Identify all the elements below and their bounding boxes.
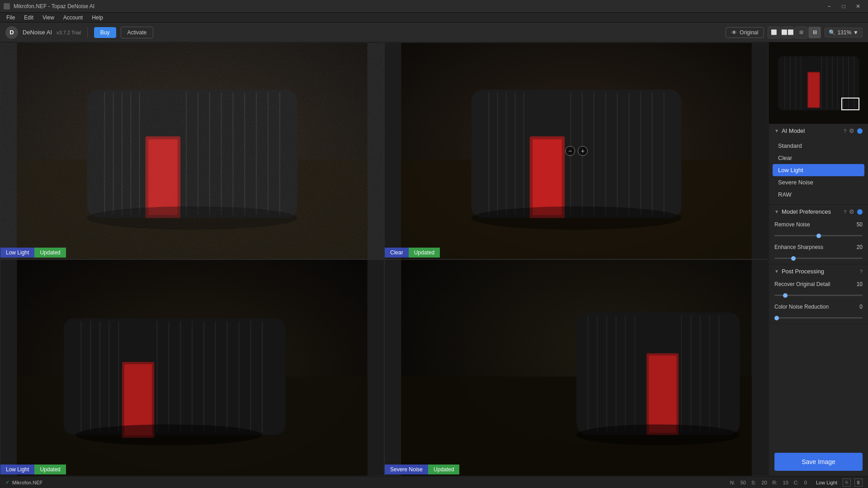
ai-model-help[interactable]: ? [844,128,846,134]
updated-label-bottom-left: Updated [34,465,66,474]
enhance-sharpness-value: 20 [852,244,863,250]
save-image-button[interactable]: Save Image [774,453,863,471]
updated-label-top-left: Updated [34,248,66,258]
ai-model-collapse: ▼ [774,128,779,133]
ai-model-section: ▼ AI Model ? ⚙ Standard Clear Low Light … [769,124,868,205]
menu-file[interactable]: File [2,14,19,22]
model-prefs-toggle-dot[interactable] [857,209,863,215]
updated-label-bottom-right: Updated [428,465,459,474]
panel-label-bottom-left: Low Light Updated [0,463,66,476]
svg-point-78 [576,424,740,446]
remove-noise-label: Remove Noise [774,221,848,228]
status-color-value: 0 [804,480,807,485]
color-noise-row: Color Noise Reduction 0 [769,301,868,313]
model-prefs-header[interactable]: ▼ Model Preferences ? ⚙ [769,205,868,219]
original-toggle[interactable]: 👁 Original [726,27,764,38]
post-proc-header[interactable]: ▼ Post Processing ? [769,264,868,278]
image-top-left [0,43,384,259]
right-panel: ▼ AI Model ? ⚙ Standard Clear Low Light … [769,42,868,476]
menu-help[interactable]: Help [87,14,108,22]
window-title: Mikrofon.NEF - Topaz DeNoise AI [14,3,819,9]
remove-noise-slider-container [769,230,868,241]
post-proc-collapse: ▼ [774,269,779,274]
recover-detail-slider[interactable] [774,295,863,296]
status-sharpness-value: 20 [761,480,767,485]
app-logo: D [5,26,18,39]
model-standard[interactable]: Standard [773,140,864,152]
original-label: Original [740,29,758,36]
svg-point-40 [471,206,681,230]
model-list: Standard Clear Low Light Severe Noise RA… [769,138,868,204]
model-low-light[interactable]: Low Light [773,164,864,176]
view-mode-buttons: ⬜ ⬜⬜ ⊞ ⊟ [768,27,821,38]
app-icon [4,3,10,9]
remove-noise-row: Remove Noise 50 [769,219,868,230]
model-label-bottom-right: Severe Noise [385,465,428,474]
status-delete-icon[interactable]: 🗑 [854,479,863,487]
status-recover-value: 10 [783,480,788,485]
panel-top-right: − + Clear Updated [384,42,769,259]
status-filename: Mikrofon.NEF [12,480,42,485]
model-prefs-title: Model Preferences [782,208,841,215]
ai-model-toggle-dot[interactable] [857,128,863,134]
ai-model-settings[interactable]: ⚙ [849,127,854,134]
post-proc-help[interactable]: ? [860,269,863,274]
status-copy-icon[interactable]: ⎘ [843,479,851,487]
titlebar: Mikrofon.NEF - Topaz DeNoise AI − □ ✕ [0,0,868,13]
status-model: Low Light [816,480,837,485]
model-severe-noise[interactable]: Severe Noise [773,176,864,188]
post-processing-section: ▼ Post Processing ? Recover Original Det… [769,264,868,324]
status-sharpness-label: S: [751,480,756,485]
thumbnail-viewport[interactable] [841,98,859,110]
status-color-label: C: [794,480,799,485]
status-right: N: 50 S: 20 R: 10 C: 0 Low Light ⎘ 🗑 [730,479,863,487]
model-prefs-help[interactable]: ? [844,209,846,215]
recover-detail-row: Recover Original Detail 10 [769,278,868,290]
buy-button[interactable]: Buy [94,27,116,38]
svg-rect-43 [64,318,286,435]
minimize-button[interactable]: − [823,0,835,13]
ai-model-title: AI Model [782,127,841,134]
model-label-top-right: Clear [385,248,409,258]
recover-detail-value: 10 [852,281,863,287]
remove-noise-slider[interactable] [774,235,863,236]
toolbar-separator [87,28,88,38]
recover-detail-slider-container [769,290,868,301]
color-noise-slider-container [769,313,868,324]
view-split-v[interactable]: ⊞ [795,27,807,38]
enhance-sharpness-slider[interactable] [774,258,863,259]
post-proc-title: Post Processing [782,268,857,275]
status-checkmark: ✓ [5,479,9,485]
recover-detail-label: Recover Original Detail [774,281,848,287]
model-label-bottom-left: Low Light [0,465,34,474]
model-prefs-collapse: ▼ [774,209,779,214]
menu-account[interactable]: Account [59,14,87,22]
menu-view[interactable]: View [38,14,59,22]
model-label-top-left: Low Light [0,248,34,258]
app-version: v3.7.2 Trial [57,30,81,35]
status-recover-label: R: [773,480,778,485]
image-area: Low Light Updated [0,42,769,476]
color-noise-slider[interactable] [774,317,863,319]
activate-button[interactable]: Activate [121,27,154,38]
menu-edit[interactable]: Edit [19,14,38,22]
zoom-out-btn[interactable]: − [565,146,575,156]
crosshair-controls: − + [565,146,588,156]
zoom-in-btn[interactable]: + [578,146,588,156]
ai-model-header[interactable]: ▼ AI Model ? ⚙ [769,124,868,138]
view-quad[interactable]: ⊟ [808,27,821,38]
svg-rect-82 [808,73,819,107]
maximize-button[interactable]: □ [837,0,850,13]
enhance-sharpness-label: Enhance Sharpness [774,244,848,250]
model-prefs-settings[interactable]: ⚙ [849,208,854,215]
view-single[interactable]: ⬜ [768,27,780,38]
app-name: DeNoise AI [23,29,52,36]
model-raw[interactable]: RAW [773,188,864,201]
svg-point-61 [75,424,262,446]
close-button[interactable]: ✕ [852,0,864,13]
status-action-icons: ⎘ 🗑 [843,479,863,487]
color-noise-value: 0 [852,304,863,310]
model-clear[interactable]: Clear [773,152,864,164]
window-controls: − □ ✕ [823,0,864,13]
view-split-h[interactable]: ⬜⬜ [781,27,794,38]
